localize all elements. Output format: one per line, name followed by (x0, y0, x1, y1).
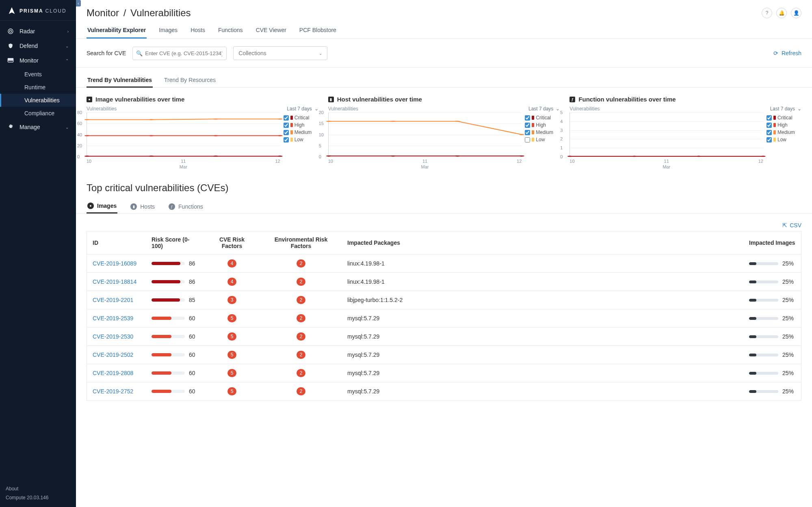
impacted-images-pct: 25% (782, 352, 794, 358)
legend-checkbox[interactable] (525, 137, 530, 142)
cve-link[interactable]: CVE-2019-2808 (93, 370, 133, 376)
legend-item-critical[interactable]: Critical (767, 115, 801, 121)
cve-link[interactable]: CVE-2019-2502 (93, 352, 133, 358)
tab-images[interactable]: Images (158, 23, 178, 39)
svg-point-24 (519, 155, 524, 157)
chart-type-icon: ▮ (328, 97, 334, 102)
risk-score-value: 60 (189, 315, 195, 321)
legend-item-medium[interactable]: Medium (767, 129, 801, 135)
legend-item-high[interactable]: High (767, 122, 801, 128)
nav-defend[interactable]: Defend ⌄ (0, 39, 76, 53)
legend-checkbox[interactable] (284, 115, 289, 121)
scope-tab-functions[interactable]: ƒFunctions (168, 199, 204, 214)
legend-item-low[interactable]: Low (525, 137, 560, 142)
cve-link[interactable]: CVE-2019-2752 (93, 388, 133, 395)
top-actions: ? 🔔 👤 (762, 8, 801, 18)
legend-checkbox[interactable] (525, 123, 530, 128)
legend-item-critical[interactable]: Critical (284, 115, 318, 121)
table-row[interactable]: CVE-2019-22018532libjpeg-turbo:1:1.5.2-2… (87, 291, 801, 309)
sidebar-collapse-button[interactable]: ‹ (76, 0, 81, 6)
impacted-images-pct: 25% (782, 297, 794, 303)
legend-checkbox[interactable] (525, 115, 530, 121)
legend-item-high[interactable]: High (525, 122, 560, 128)
th-envrf[interactable]: Environmental Risk Factors (260, 231, 342, 254)
subnav-runtime[interactable]: Runtime (0, 81, 76, 94)
table-row[interactable]: CVE-2019-25026052mysql:5.7.2925% (87, 346, 801, 364)
th-risk[interactable]: Risk Score (0-100) (146, 231, 204, 254)
th-pkg[interactable]: Impacted Packages (342, 235, 743, 251)
cve-link[interactable]: CVE-2019-2201 (93, 297, 133, 303)
table-row[interactable]: CVE-2019-160898642linux:4.19.98-125% (87, 255, 801, 273)
table-row[interactable]: CVE-2019-27526052mysql:5.7.2925% (87, 382, 801, 401)
legend-item-medium[interactable]: Medium (525, 129, 560, 135)
severity-color-icon (773, 116, 776, 120)
legend-item-low[interactable]: Low (284, 137, 318, 142)
trend-tab-trend-by-resources[interactable]: Trend By Resources (163, 73, 217, 88)
user-button[interactable]: 👤 (791, 8, 801, 18)
time-range-select[interactable]: Last 7 days ⌄ (528, 106, 560, 112)
env-risk-factor-badge: 2 (297, 332, 305, 341)
table-row[interactable]: CVE-2019-25396052mysql:5.7.2925% (87, 309, 801, 328)
svg-point-8 (277, 119, 282, 120)
svg-point-12 (277, 135, 282, 136)
csv-export-button[interactable]: ⇱ CSV (782, 222, 801, 229)
nav-monitor[interactable]: Monitor ⌃ (0, 53, 76, 68)
collections-label: Collections (238, 50, 266, 56)
nav-radar[interactable]: Radar › (0, 24, 76, 39)
tab-pcf-blobstore[interactable]: PCF Blobstore (299, 23, 337, 39)
tab-vulnerability-explorer[interactable]: Vulnerability Explorer (87, 23, 147, 39)
impacted-package: mysql:5.7.29 (342, 310, 743, 326)
cve-link[interactable]: CVE-2019-2539 (93, 315, 133, 321)
legend-checkbox[interactable] (284, 137, 289, 142)
notifications-button[interactable]: 🔔 (776, 8, 787, 18)
legend-checkbox[interactable] (284, 123, 289, 128)
legend-checkbox[interactable] (767, 137, 772, 142)
env-risk-factor-badge: 2 (297, 314, 305, 322)
about-link[interactable]: About (6, 484, 70, 493)
legend-item-low[interactable]: Low (767, 137, 801, 142)
tab-functions[interactable]: Functions (217, 23, 244, 39)
risk-score: 60 (152, 315, 198, 321)
scope-tab-hosts[interactable]: ▮Hosts (130, 199, 156, 214)
th-cverf[interactable]: CVE Risk Factors (204, 231, 260, 254)
help-button[interactable]: ? (762, 8, 772, 18)
legend-checkbox[interactable] (767, 123, 772, 128)
table-row[interactable]: CVE-2019-25306052mysql:5.7.2925% (87, 328, 801, 346)
legend-item-critical[interactable]: Critical (525, 115, 560, 121)
impacted-package: mysql:5.7.29 (342, 383, 743, 399)
th-id[interactable]: ID (87, 235, 146, 251)
collections-select[interactable]: Collections ⌄ (233, 46, 327, 60)
tab-cve-viewer[interactable]: CVE Viewer (255, 23, 287, 39)
legend-checkbox[interactable] (767, 130, 772, 135)
subnav-compliance[interactable]: Compliance (0, 107, 76, 120)
legend-checkbox[interactable] (284, 130, 289, 135)
severity-color-icon (773, 138, 776, 142)
cve-risk-factor-badge: 4 (227, 278, 236, 286)
nav-manage[interactable]: Manage ⌄ (0, 120, 76, 134)
table-row[interactable]: CVE-2019-28086052mysql:5.7.2925% (87, 364, 801, 382)
legend-checkbox[interactable] (767, 115, 772, 121)
legend-checkbox[interactable] (525, 130, 530, 135)
time-range-select[interactable]: Last 7 days ⌄ (287, 106, 318, 112)
legend-item-medium[interactable]: Medium (284, 129, 318, 135)
cve-link[interactable]: CVE-2019-16089 (93, 260, 136, 267)
subnav-vulnerabilities[interactable]: Vulnerabilities (0, 94, 76, 107)
charts-row: ●Image vulnerabilities over timeVulnerab… (76, 87, 812, 173)
severity-color-icon (532, 138, 534, 142)
legend-item-high[interactable]: High (284, 122, 318, 128)
severity-color-icon (532, 130, 534, 134)
scope-icon: ▮ (130, 203, 137, 210)
scope-tab-images[interactable]: ●Images (87, 199, 117, 214)
cve-search-input[interactable] (132, 47, 227, 60)
legend-label: Critical (536, 115, 551, 121)
svg-point-26 (632, 155, 637, 157)
tab-hosts[interactable]: Hosts (190, 23, 206, 39)
table-row[interactable]: CVE-2019-188148642linux:4.19.98-125% (87, 273, 801, 291)
time-range-select[interactable]: Last 7 days ⌄ (770, 106, 801, 112)
trend-tab-trend-by-vulnerabilities[interactable]: Trend By Vulnerabilities (87, 73, 153, 88)
cve-link[interactable]: CVE-2019-18814 (93, 278, 136, 285)
th-img[interactable]: Impacted Images (743, 235, 801, 251)
refresh-button[interactable]: ⟳ Refresh (773, 50, 801, 56)
cve-link[interactable]: CVE-2019-2530 (93, 333, 133, 340)
subnav-events[interactable]: Events (0, 68, 76, 81)
